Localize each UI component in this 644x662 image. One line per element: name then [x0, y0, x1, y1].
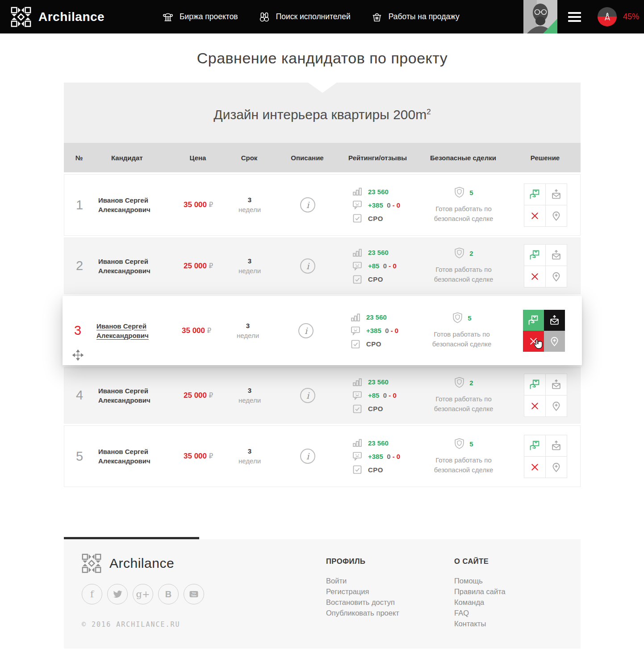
safe-deals-count-line: 5 — [417, 438, 510, 450]
footer-link-login[interactable]: Войти — [326, 575, 399, 586]
term-unit: недели — [223, 266, 276, 276]
profile-completeness-gauge[interactable] — [598, 7, 617, 26]
footer-link-publish-project[interactable]: Опубликовать проект — [326, 608, 399, 618]
checkbox-icon — [352, 275, 362, 284]
send-message-button[interactable] — [546, 374, 567, 395]
hand-with-box-icon — [529, 189, 540, 200]
twitter-icon[interactable] — [107, 584, 128, 604]
youtube-icon[interactable]: YouTube — [184, 584, 204, 604]
rating-line: 23 560 — [352, 438, 417, 448]
accept-deal-button[interactable] — [523, 310, 544, 331]
row-number: 1 — [64, 198, 95, 212]
info-icon[interactable]: i — [300, 388, 315, 403]
send-message-button[interactable] — [546, 245, 567, 266]
reject-button[interactable] — [524, 266, 545, 287]
menu-icon[interactable] — [568, 12, 581, 22]
safe-deals-text: Готов работать по безопасной сделке — [423, 329, 500, 349]
col-header-candidate: Кандидат — [94, 154, 173, 162]
google-plus-icon[interactable]: g+ — [133, 584, 153, 604]
footer-link-register[interactable]: Регистрация — [326, 586, 399, 597]
candidate-row: 5 Иванов Сергей Александрович 35 000 ₽ 3… — [64, 425, 581, 487]
candidate-name-link[interactable]: Иванов Сергей Александрович — [95, 386, 162, 405]
term-cell: 3 недели — [223, 386, 276, 405]
term-value: 3 — [221, 321, 275, 331]
ratings-cell: 23 560 +385 0 - 0 — [337, 312, 415, 349]
user-avatar[interactable] — [523, 0, 557, 33]
reject-button[interactable] — [523, 331, 544, 352]
row-number: 3 — [63, 323, 93, 338]
add-location-button[interactable] — [544, 331, 565, 352]
accept-deal-button[interactable] — [524, 374, 545, 395]
info-icon[interactable]: i — [300, 197, 315, 212]
send-message-button[interactable] — [544, 310, 565, 331]
rating-value: 23 560 — [368, 188, 389, 196]
col-header-number: № — [64, 154, 94, 162]
col-header-description: Описание — [276, 154, 339, 162]
send-message-button[interactable] — [546, 435, 567, 456]
cert-label: СРО — [368, 215, 383, 222]
facebook-icon[interactable]: f — [82, 584, 102, 604]
accept-deal-button[interactable] — [524, 184, 545, 205]
footer-column-title: ПРОФИЛЬ — [326, 557, 399, 566]
hand-with-box-icon — [529, 379, 540, 390]
add-location-button[interactable] — [546, 457, 567, 478]
decision-buttons — [524, 374, 567, 417]
footer-link-team[interactable]: Команда — [454, 597, 506, 608]
candidate-name-link[interactable]: Иванов Сергей Александрович — [95, 257, 162, 275]
cert-label: СРО — [368, 466, 383, 474]
page: Archilance Биржа проектов — [0, 0, 644, 662]
safe-deals-text: Готов работать по безопасной сделке — [425, 204, 502, 224]
nav-item-projects-exchange[interactable]: Биржа проектов — [162, 11, 238, 23]
rating-value: 23 560 — [368, 378, 389, 386]
footer-link-site-rules[interactable]: Правила сайта — [454, 586, 506, 597]
price-value: 25 000 — [184, 262, 207, 270]
add-location-button[interactable] — [546, 205, 567, 226]
avatar-photo — [523, 0, 557, 33]
basket-icon — [371, 11, 383, 23]
send-message-icon — [549, 315, 560, 326]
safe-deals-cell: 2 Готов работать по безопасной сделке — [417, 247, 510, 284]
decision-buttons — [524, 244, 567, 287]
decision-cell — [510, 244, 581, 287]
vk-icon[interactable]: В — [158, 584, 179, 604]
footer-link-faq[interactable]: FAQ — [454, 608, 506, 618]
term-cell: 3 недели — [223, 446, 276, 466]
footer-brand[interactable]: Archilance — [82, 554, 174, 573]
candidate-name-link[interactable]: Иванов Сергей Александрович — [95, 196, 162, 214]
send-message-button[interactable] — [546, 184, 567, 205]
footer-link-restore-access[interactable]: Востановить доступ — [326, 597, 399, 608]
nav-item-works-for-sale[interactable]: Работы на продажу — [371, 11, 460, 23]
candidate-row: 3 Иванов Сергей Александрович 35 000 ₽ 3… — [63, 296, 582, 365]
archilance-logo-icon — [11, 7, 31, 27]
brand[interactable]: Archilance — [11, 0, 105, 33]
ratings-cell: 23 560 +385 0 - 0 — [339, 187, 417, 223]
safe-deals-count-line: 2 — [417, 377, 510, 389]
add-location-button[interactable] — [546, 266, 567, 287]
drag-handle[interactable] — [72, 350, 84, 361]
footer-brand-name: Archilance — [109, 556, 174, 571]
reject-button[interactable] — [524, 396, 545, 416]
reject-button[interactable] — [524, 457, 545, 478]
footer-link-help[interactable]: Помощь — [454, 575, 506, 586]
info-icon[interactable]: i — [300, 258, 315, 274]
term-value: 3 — [223, 446, 276, 456]
add-location-button[interactable] — [546, 396, 567, 416]
info-icon[interactable]: i — [298, 323, 314, 338]
accept-deal-button[interactable] — [524, 435, 545, 456]
reviews-line: +85 0 - 0 — [352, 391, 417, 400]
reject-x-icon — [529, 400, 540, 412]
footer-column-profile: ПРОФИЛЬ Войти Регистрация Востановить до… — [326, 557, 399, 618]
footer-link-contacts[interactable]: Контакты — [454, 618, 506, 629]
cert-line: СРО — [351, 339, 415, 349]
profile-completeness-value: 45% — [623, 12, 639, 21]
price-cell: 25 000 ₽ — [174, 262, 223, 271]
accept-deal-button[interactable] — [524, 245, 545, 266]
ratings-cell: 23 560 +385 0 - 0 — [339, 438, 417, 475]
nav-item-find-contractors[interactable]: Поиск исполнителей — [259, 11, 351, 23]
candidate-name-link[interactable]: Иванов Сергей Александрович — [95, 447, 162, 466]
candidate-name-link[interactable]: Иванов Сергей Александрович — [93, 321, 160, 340]
info-icon[interactable]: i — [300, 449, 315, 464]
reject-button[interactable] — [524, 205, 545, 226]
rating-value: 23 560 — [368, 249, 389, 256]
safe-deals-cell: 5 Готов работать по безопасной сделке — [415, 312, 508, 349]
